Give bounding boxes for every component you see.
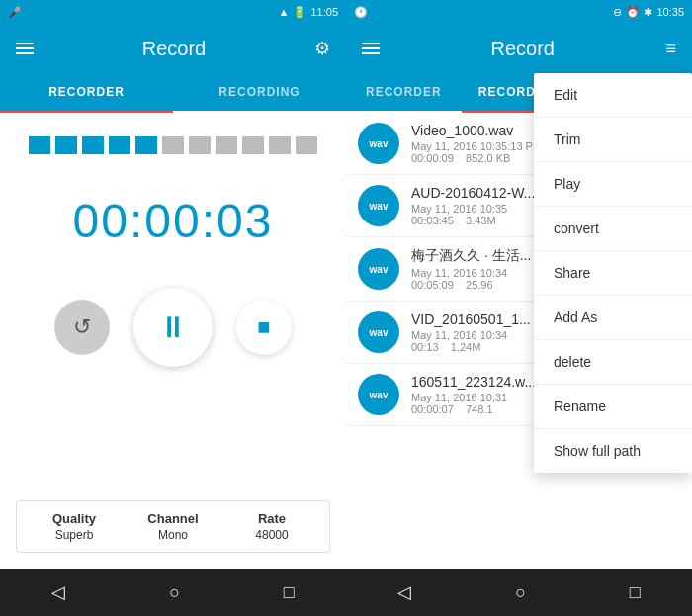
level-bar-9 <box>242 136 264 154</box>
wav-icon-2: wav <box>358 185 399 226</box>
channel-value: Mono <box>131 528 215 542</box>
quality-label: Quality <box>33 511 116 526</box>
level-bar-10 <box>269 136 291 154</box>
quality-info: Quality Superb <box>33 511 116 542</box>
channel-label: Channel <box>131 511 215 526</box>
level-bar-11 <box>296 136 317 154</box>
channel-info: Channel Mono <box>131 511 215 542</box>
context-delete[interactable]: delete <box>534 340 692 385</box>
timer-display: 00:00:03 <box>73 194 274 248</box>
context-menu: Edit Trim Play convert Share Add As dele… <box>534 73 692 473</box>
level-bars <box>29 136 317 154</box>
level-bar-1 <box>29 136 50 154</box>
context-trim[interactable]: Trim <box>534 118 692 162</box>
rate-value: 48000 <box>230 528 313 542</box>
rate-label: Rate <box>230 511 313 526</box>
level-bar-6 <box>162 136 184 154</box>
settings-icon[interactable]: ⚙ <box>314 38 330 59</box>
level-bar-3 <box>82 136 104 154</box>
context-add-as[interactable]: Add As <box>534 296 692 340</box>
context-edit[interactable]: Edit <box>534 73 692 118</box>
context-share[interactable]: Share <box>534 251 692 296</box>
status-bar-left: 🎤 ▲ 🔋 11:05 <box>0 0 346 24</box>
home-button-right[interactable]: ○ <box>515 582 526 603</box>
mic-icon: 🎤 <box>8 6 22 19</box>
context-play[interactable]: Play <box>534 162 692 207</box>
recorder-controls: ↺ ⏸ ■ <box>54 288 292 367</box>
status-bar-right-left: ▲ 🔋 11:05 <box>279 6 338 19</box>
more-vert-icon[interactable]: ≡ <box>665 39 676 59</box>
alarm-status-icon: 🕐 <box>354 6 368 19</box>
time-left: 11:05 <box>310 6 338 18</box>
context-rename[interactable]: Rename <box>534 385 692 429</box>
tab-recorder-left[interactable]: RECORDER <box>0 73 173 111</box>
recent-button-left[interactable]: □ <box>284 582 295 603</box>
stop-button[interactable]: ■ <box>236 300 292 355</box>
level-bar-5 <box>135 136 157 154</box>
app-bar-left: Record ⚙ <box>0 24 346 73</box>
back-button-left[interactable]: ◁ <box>51 581 65 603</box>
level-bar-4 <box>109 136 130 154</box>
wav-icon-1: wav <box>358 123 399 164</box>
reset-button[interactable]: ↺ <box>54 300 110 355</box>
status-bar-right: 🕐 ⊖ ⏰ ✱ 10:35 <box>346 0 692 24</box>
app-title-right: Record <box>491 38 555 60</box>
bluetooth-icon: ✱ <box>644 6 652 19</box>
status-bar-right-left: 🕐 <box>354 6 368 19</box>
nav-bar-right: ◁ ○ □ <box>346 569 692 616</box>
battery-icon: 🔋 <box>293 6 306 19</box>
alarm-icon: ⏰ <box>626 6 640 19</box>
status-bar-left-icons: 🎤 <box>8 6 22 19</box>
recent-button-right[interactable]: □ <box>630 582 641 603</box>
pause-button[interactable]: ⏸ <box>133 288 213 367</box>
time-right: 10:35 <box>656 6 684 18</box>
quality-value: Superb <box>33 528 116 542</box>
right-panel: 🕐 ⊖ ⏰ ✱ 10:35 Record ≡ RECORDER RECORDIN… <box>346 0 692 616</box>
wav-icon-5: wav <box>358 374 399 415</box>
tab-recorder-right[interactable]: RECORDER <box>346 73 462 111</box>
left-panel: 🎤 ▲ 🔋 11:05 Record ⚙ RECORDER RECORDING <box>0 0 346 616</box>
level-bar-7 <box>189 136 211 154</box>
level-bar-2 <box>55 136 77 154</box>
wifi-icon: ▲ <box>279 6 290 18</box>
context-show-full-path[interactable]: Show full path <box>534 429 692 473</box>
context-convert[interactable]: convert <box>534 207 692 251</box>
tabs-left: RECORDER RECORDING <box>0 73 346 113</box>
back-button-right[interactable]: ◁ <box>397 581 411 603</box>
menu-button-right[interactable] <box>362 43 380 54</box>
wav-icon-4: wav <box>358 311 399 353</box>
menu-button-left[interactable] <box>16 43 34 54</box>
level-bar-8 <box>216 136 237 154</box>
home-button-left[interactable]: ○ <box>169 582 180 603</box>
recorder-content: 00:00:03 ↺ ⏸ ■ Quality Superb Channel Mo… <box>0 113 346 569</box>
rate-info: Rate 48000 <box>230 511 313 542</box>
do-not-disturb-icon: ⊖ <box>613 6 622 19</box>
tab-recording-left[interactable]: RECORDING <box>173 73 346 111</box>
status-bar-right-right: ⊖ ⏰ ✱ 10:35 <box>613 6 684 19</box>
app-bar-right: Record ≡ <box>346 24 692 73</box>
nav-bar-left: ◁ ○ □ <box>0 569 346 616</box>
recording-info: Quality Superb Channel Mono Rate 48000 <box>16 500 330 553</box>
wav-icon-3: wav <box>358 248 399 290</box>
app-title-left: Record <box>142 38 206 60</box>
